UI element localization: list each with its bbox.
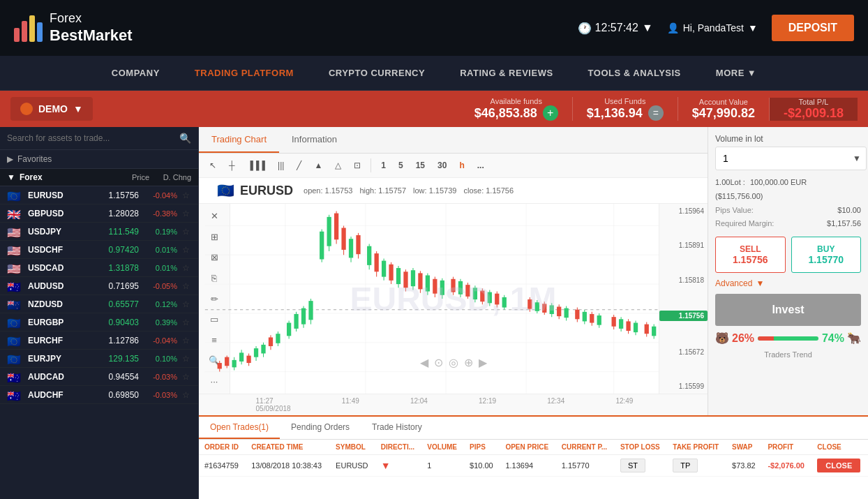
nav-item-crypto[interactable]: CRYPTO CURRENCY <box>329 68 425 78</box>
candle-chart-button[interactable]: ||| <box>273 158 289 173</box>
asset-row[interactable]: 🇦🇺 AUDCHF 0.69850 -0.03% ☆ <box>0 386 198 404</box>
col-direction: DIRECTI... <box>375 440 422 455</box>
star-icon[interactable]: ☆ <box>180 336 191 345</box>
asset-row[interactable]: 🇳🇿 NZDUSD 0.65577 0.12% ☆ <box>0 295 198 313</box>
header: Forex BestMarket 🕐 12:57:42 ▼ 👤 Hi, Pand… <box>0 0 868 56</box>
asset-name: USDCAD <box>28 263 93 273</box>
bar-chart-button[interactable]: ▐▐▐ <box>243 158 271 173</box>
close-trade-button[interactable]: CLOSE <box>817 459 860 472</box>
asset-price: 1.31878 <box>93 263 139 273</box>
triangle-chart-button[interactable]: △ <box>330 158 346 173</box>
lot-desc-row: 1.00Lot : 100,000.00 EUR <box>715 176 861 190</box>
asset-name: EURCHF <box>28 336 93 345</box>
cursor-tool-button[interactable]: ↖ <box>204 158 221 173</box>
chart-next-button[interactable]: ▶ <box>479 356 487 369</box>
star-icon[interactable]: ☆ <box>180 227 191 237</box>
time-display[interactable]: 🕐 12:57:42 ▼ <box>578 22 653 35</box>
chart-center-button[interactable]: ◎ <box>449 356 458 369</box>
take-profit-button[interactable]: TP <box>673 459 698 472</box>
timeframe-30-button[interactable]: 30 <box>433 158 451 172</box>
demo-button[interactable]: DEMO ▼ <box>10 97 93 121</box>
timeframe-15-button[interactable]: 15 <box>411 158 430 172</box>
chart-symbol-bar: 👁 🇪🇺 EURUSD open: 1.15753 high: 1.15757 … <box>199 178 708 204</box>
asset-row[interactable]: 🇦🇺 AUDCAD 0.94554 -0.03% ☆ <box>0 368 198 386</box>
asset-row[interactable]: 🇺🇸 USDCAD 1.31878 0.01% ☆ <box>0 259 198 277</box>
nav-item-rating[interactable]: RATING & REVIEWS <box>460 68 553 78</box>
asset-row[interactable]: 🇦🇺 AUDUSD 0.71695 -0.05% ☆ <box>0 277 198 295</box>
star-icon[interactable]: ☆ <box>180 354 191 364</box>
user-info[interactable]: 👤 Hi, PandaTest ▼ <box>667 22 758 33</box>
asset-row[interactable]: 🇺🇸 USDCHF 0.97420 0.01% ☆ <box>0 241 198 259</box>
col-close: CLOSE <box>811 440 868 455</box>
account-value-value: $47,990.82 <box>692 106 755 121</box>
asset-row[interactable]: 🇪🇺 EURJPY 129.135 0.10% ☆ <box>0 350 198 368</box>
asset-name: GBPUSD <box>28 209 93 218</box>
timeframe-1-button[interactable]: 1 <box>376 158 391 172</box>
sell-button[interactable]: SELL 1.15756 <box>715 237 786 273</box>
star-icon[interactable]: ☆ <box>180 245 191 255</box>
asset-change: 0.19% <box>139 228 177 236</box>
advanced-row[interactable]: Advanced ▼ <box>715 278 861 288</box>
flag-icon: 🇪🇺 <box>7 335 22 345</box>
logo-bar-4 <box>37 22 43 42</box>
chart-end-button[interactable]: ⊕ <box>464 356 473 369</box>
tab-trading-chart[interactable]: Trading Chart <box>199 127 279 153</box>
svg-rect-21 <box>246 356 250 363</box>
timeframe-5-button[interactable]: 5 <box>394 158 408 172</box>
add-funds-button[interactable]: + <box>543 105 558 121</box>
svg-rect-37 <box>308 301 313 320</box>
star-icon[interactable]: ☆ <box>180 372 191 382</box>
timeframe-h-button[interactable]: h <box>454 158 469 172</box>
stop-loss-button[interactable]: ST <box>620 459 645 472</box>
lot-select[interactable]: 1 2 5 <box>715 147 867 170</box>
svg-rect-105 <box>590 314 594 323</box>
star-icon[interactable]: ☆ <box>180 318 191 327</box>
total-pl-label: Total P/L <box>799 98 829 106</box>
asset-row[interactable]: 🇬🇧 GBPUSD 1.28028 -0.38% ☆ <box>0 204 198 223</box>
star-icon[interactable]: ☆ <box>180 209 191 218</box>
region-chart-button[interactable]: ⊡ <box>349 158 366 173</box>
star-icon[interactable]: ☆ <box>180 263 191 273</box>
search-input[interactable] <box>7 133 179 143</box>
used-funds-eq-button[interactable]: = <box>648 105 664 121</box>
tab-information[interactable]: Information <box>279 127 350 153</box>
cell-direction: ▼ <box>375 455 422 477</box>
invest-button[interactable]: Invest <box>715 294 861 326</box>
star-icon[interactable]: ☆ <box>180 299 191 309</box>
crosshair-tool-button[interactable]: ┼ <box>224 158 240 173</box>
col-current-p: CURRENT P... <box>556 440 615 455</box>
favorites-row[interactable]: ▶ Favorites <box>0 150 198 169</box>
star-icon[interactable]: ☆ <box>180 390 191 400</box>
asset-row[interactable]: 🇪🇺 EURCHF 1.12786 -0.04% ☆ <box>0 332 198 350</box>
nav-item-more[interactable]: MORE ▼ <box>716 68 756 78</box>
logo-bar-3 <box>29 15 35 42</box>
price-label-0: 1.15964 <box>659 207 708 215</box>
nav-item-trading-platform[interactable]: TRADING PLATFORM <box>195 68 294 78</box>
flag-icon: 🇺🇸 <box>7 262 22 273</box>
chart-prev-button[interactable]: ◀ <box>420 356 428 369</box>
tab-open-trades[interactable]: Open Trades(1) <box>199 417 280 439</box>
time-label-5: 12:49 <box>615 397 633 412</box>
tab-trade-history[interactable]: Trade History <box>361 417 433 439</box>
asset-row[interactable]: 🇺🇸 USDJPY 111.549 0.19% ☆ <box>0 223 198 241</box>
ohlc-info: open: 1.15753 high: 1.15757 low: 1.15739… <box>304 186 514 195</box>
star-icon[interactable]: ☆ <box>180 191 191 200</box>
line-chart-button[interactable]: ╱ <box>292 158 306 173</box>
chart-reset-button[interactable]: ⊙ <box>434 356 443 369</box>
nav-item-tools[interactable]: TOOLS & ANALYSIS <box>588 68 681 78</box>
tab-pending-orders[interactable]: Pending Orders <box>280 417 361 439</box>
cell-profit: -$2,076.00 <box>762 455 811 477</box>
timeframe-more-button[interactable]: ... <box>472 158 489 172</box>
nav-item-company[interactable]: COMPANY <box>112 68 160 78</box>
flag-icon: 🇪🇺 <box>7 317 22 327</box>
asset-row[interactable]: 🇪🇺 EURGBP 0.90403 0.39% ☆ <box>0 313 198 332</box>
cell-stop-loss: ST <box>615 455 667 477</box>
area-chart-button[interactable]: ▲ <box>309 158 327 173</box>
chart-canvas[interactable]: ✕ ⊞ ⊠ ⎘ ✏ ▭ ≡ 🔍 ··· EURUSD, 1M <box>199 204 708 415</box>
deposit-button[interactable]: DEPOSIT <box>772 15 854 41</box>
time-axis: 11:27 05/09/2018 11:49 12:04 12:19 12:34… <box>199 394 708 415</box>
buy-button[interactable]: BUY 1.15770 <box>791 237 862 273</box>
star-icon[interactable]: ☆ <box>180 281 191 291</box>
asset-row[interactable]: 🇪🇺 EURUSD 1.15756 -0.04% ☆ <box>0 186 198 204</box>
search-icon[interactable]: 🔍 <box>179 133 191 144</box>
